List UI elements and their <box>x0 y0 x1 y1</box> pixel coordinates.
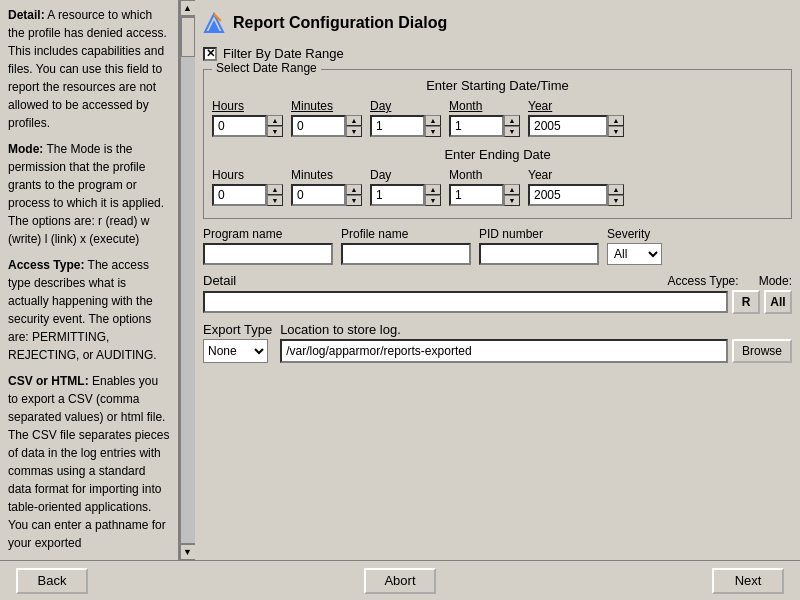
ending-day-input[interactable] <box>370 184 425 206</box>
ending-month-down[interactable]: ▼ <box>504 195 520 206</box>
program-name-label: Program name <box>203 227 333 241</box>
ending-month-field: Month ▲ ▼ <box>449 168 520 206</box>
pid-label: PID number <box>479 227 599 241</box>
browse-button[interactable]: Browse <box>732 339 792 363</box>
wizard-icon <box>203 12 225 34</box>
export-type-label: Export Type <box>203 322 272 337</box>
ending-year-input[interactable] <box>528 184 608 206</box>
ending-minutes-label: Minutes <box>291 168 362 182</box>
filter-by-date-range: ✕ Filter By Date Range <box>203 46 792 61</box>
detail-input[interactable] <box>203 291 728 313</box>
ending-minutes-field: Minutes ▲ ▼ <box>291 168 362 206</box>
date-range-group: Select Date Range Enter Starting Date/Ti… <box>203 69 792 219</box>
ending-month-input[interactable] <box>449 184 504 206</box>
export-row: Export Type None CSV HTML Location to st… <box>203 322 792 363</box>
ending-day-label: Day <box>370 168 441 182</box>
starting-hours-label: Hours <box>212 99 283 113</box>
starting-minutes-down[interactable]: ▼ <box>346 126 362 137</box>
ending-day-up[interactable]: ▲ <box>425 184 441 195</box>
starting-day-down[interactable]: ▼ <box>425 126 441 137</box>
location-label: Location to store log. <box>280 322 792 337</box>
starting-day-up[interactable]: ▲ <box>425 115 441 126</box>
starting-date-title: Enter Starting Date/Time <box>212 78 783 93</box>
starting-day-label: Day <box>370 99 441 113</box>
severity-select[interactable]: All Critical High Medium Low <box>607 243 662 265</box>
ending-hours-label: Hours <box>212 168 283 182</box>
starting-month-field: Month ▲ ▼ <box>449 99 520 137</box>
access-r-button[interactable]: R <box>732 290 760 314</box>
starting-month-label: Month <box>449 99 520 113</box>
starting-day-input[interactable] <box>370 115 425 137</box>
starting-day-field: Day ▲ ▼ <box>370 99 441 137</box>
severity-label: Severity <box>607 227 662 241</box>
ending-year-up[interactable]: ▲ <box>608 184 624 195</box>
starting-minutes-up[interactable]: ▲ <box>346 115 362 126</box>
mode-label: Mode: <box>759 274 792 288</box>
ending-month-up[interactable]: ▲ <box>504 184 520 195</box>
filter-checkbox[interactable]: ✕ <box>203 47 217 61</box>
ending-year-field: Year ▲ ▼ <box>528 168 624 206</box>
starting-year-label: Year <box>528 99 624 113</box>
scroll-thumb <box>181 17 195 57</box>
starting-hours-up[interactable]: ▲ <box>267 115 283 126</box>
scroll-up-button[interactable]: ▲ <box>180 0 196 16</box>
main-fields-row: Program name Profile name PID number Sev… <box>203 227 792 265</box>
program-name-input[interactable] <box>203 243 333 265</box>
starting-year-down[interactable]: ▼ <box>608 126 624 137</box>
filter-label: Filter By Date Range <box>223 46 344 61</box>
access-all-button[interactable]: All <box>764 290 792 314</box>
profile-name-group: Profile name <box>341 227 471 265</box>
detail-access-row: Detail Access Type: Mode: R All <box>203 273 792 314</box>
location-group: Location to store log. Browse <box>280 322 792 363</box>
location-input[interactable] <box>280 339 728 363</box>
starting-month-input[interactable] <box>449 115 504 137</box>
starting-year-up[interactable]: ▲ <box>608 115 624 126</box>
severity-group: Severity All Critical High Medium Low <box>607 227 662 265</box>
abort-button[interactable]: Abort <box>364 568 436 594</box>
sidebar-detail-text: Detail: A resource to which the profile … <box>8 6 170 132</box>
group-box-title: Select Date Range <box>212 61 321 75</box>
export-type-select[interactable]: None CSV HTML <box>203 339 268 363</box>
export-type-group: Export Type None CSV HTML <box>203 322 272 363</box>
next-button[interactable]: Next <box>712 568 784 594</box>
starting-month-up[interactable]: ▲ <box>504 115 520 126</box>
starting-year-field: Year ▲ ▼ <box>528 99 624 137</box>
starting-hours-input[interactable] <box>212 115 267 137</box>
starting-month-down[interactable]: ▼ <box>504 126 520 137</box>
starting-hours-field: Hours ▲ ▼ <box>212 99 283 137</box>
starting-minutes-input[interactable] <box>291 115 346 137</box>
ending-year-down[interactable]: ▼ <box>608 195 624 206</box>
scroll-track <box>180 16 196 544</box>
ending-minutes-down[interactable]: ▼ <box>346 195 362 206</box>
starting-year-input[interactable] <box>528 115 608 137</box>
ending-hours-up[interactable]: ▲ <box>267 184 283 195</box>
ending-date-title: Enter Ending Date <box>212 147 783 162</box>
starting-date-row: Hours ▲ ▼ Minutes ▲ <box>212 99 783 137</box>
ending-day-field: Day ▲ ▼ <box>370 168 441 206</box>
starting-minutes-label: Minutes <box>291 99 362 113</box>
ending-month-label: Month <box>449 168 520 182</box>
profile-name-input[interactable] <box>341 243 471 265</box>
ending-hours-field: Hours ▲ ▼ <box>212 168 283 206</box>
back-button[interactable]: Back <box>16 568 88 594</box>
pid-number-group: PID number <box>479 227 599 265</box>
sidebar-mode-text: Mode: The Mode is the permission that th… <box>8 140 170 248</box>
ending-day-down[interactable]: ▼ <box>425 195 441 206</box>
dialog-title: Report Configuration Dialog <box>203 8 792 38</box>
ending-minutes-input[interactable] <box>291 184 346 206</box>
sidebar-content: Detail: A resource to which the profile … <box>0 0 178 560</box>
starting-hours-down[interactable]: ▼ <box>267 126 283 137</box>
ending-date-row: Hours ▲ ▼ Minutes ▲ <box>212 168 783 206</box>
bottom-nav: Back Abort Next <box>0 560 800 600</box>
profile-name-label: Profile name <box>341 227 471 241</box>
ending-minutes-up[interactable]: ▲ <box>346 184 362 195</box>
starting-minutes-field: Minutes ▲ ▼ <box>291 99 362 137</box>
ending-hours-input[interactable] <box>212 184 267 206</box>
detail-label: Detail <box>203 273 236 288</box>
scroll-down-button[interactable]: ▼ <box>180 544 196 560</box>
access-type-label: Access Type: <box>667 274 738 288</box>
ending-hours-down[interactable]: ▼ <box>267 195 283 206</box>
pid-input[interactable] <box>479 243 599 265</box>
program-name-group: Program name <box>203 227 333 265</box>
ending-year-label: Year <box>528 168 624 182</box>
